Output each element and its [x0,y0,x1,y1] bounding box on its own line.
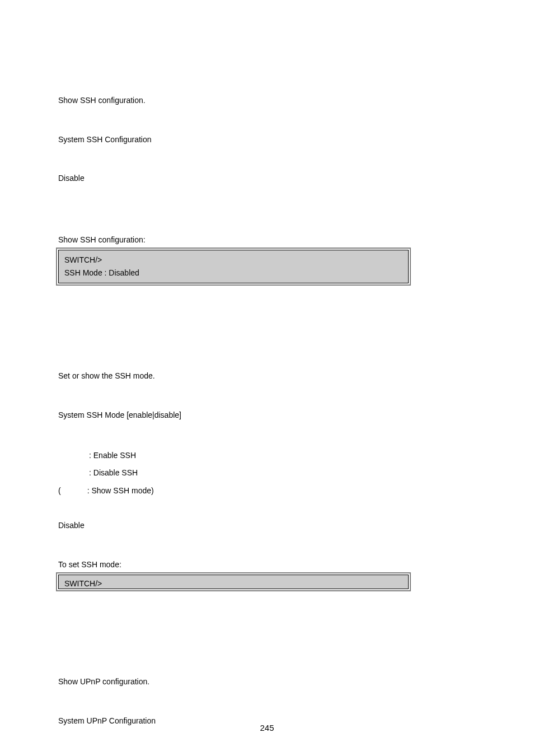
ssh-mode-default: Disable [58,520,476,531]
ssh-config-default: Disable [58,173,476,184]
ssh-mode-param-enable: : Enable SSH [89,449,136,463]
ssh-mode-syntax: System SSH Mode [enable|disable] [58,410,476,421]
ssh-mode-example-label: To set SSH mode: [58,559,476,571]
ssh-config-cli-output: SSH Mode : Disabled [64,267,402,279]
ssh-mode-param-enable-row: : Enable SSH [58,449,476,463]
ssh-mode-param-disable: : Disable SSH [89,466,138,480]
ssh-mode-param-open: ( [58,484,61,498]
page-number: 245 [0,723,534,732]
ssh-config-example-label: Show SSH configuration: [58,235,476,246]
ssh-config-desc: Show SSH configuration. [58,95,476,106]
ssh-mode-cli-prompt: SWITCH/> [64,577,402,590]
ssh-mode-param-default: : Show SSH mode) [87,484,154,498]
ssh-config-cli-box: SWITCH/> SSH Mode : Disabled [58,250,409,283]
upnp-desc: Show UPnP configuration. [58,676,476,688]
ssh-mode-desc: Set or show the SSH mode. [58,371,476,382]
ssh-mode-param-disable-row: : Disable SSH [58,466,476,480]
ssh-config-cli-prompt: SWITCH/> [64,254,402,266]
ssh-config-syntax: System SSH Configuration [58,134,476,146]
ssh-mode-cli-box: SWITCH/> [58,575,409,589]
ssh-mode-param-default-row: ( : Show SSH mode) [58,484,476,498]
page-content: Show SSH configuration. System SSH Confi… [0,0,534,726]
